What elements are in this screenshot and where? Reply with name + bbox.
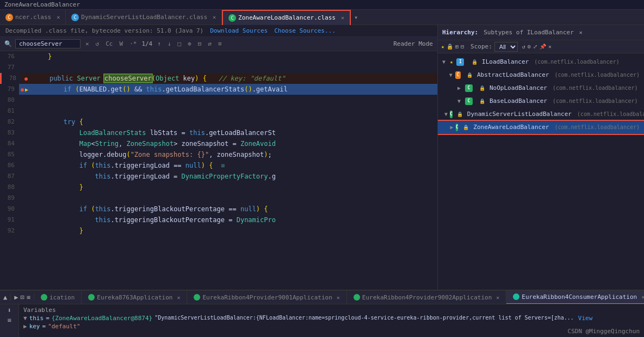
editor-hierarchy-container: Decompiled .class file, bytecode version… [0,25,644,290]
var-this-eq: = [46,315,49,322]
debug-btn2[interactable]: ≡ [7,316,11,324]
search-cc[interactable]: Cc [104,40,114,47]
star-icon: ★ [441,44,444,50]
run-close-consumer[interactable]: ✕ [641,294,644,300]
run-label-provider9001: EurekaRibbon4Provider9001Application [202,294,332,301]
code-line-84: 84 Map<String, ZoneSnapshot> zoneSnapsho… [0,138,437,149]
search-close[interactable]: ✕ [84,40,91,47]
var-this-view-link[interactable]: View [578,315,593,322]
search-regex[interactable]: ·* [128,40,138,47]
run-icon-consumer [513,293,519,300]
run-close-provider9002[interactable]: ✕ [496,295,499,301]
tab-icon-zone: C [228,14,236,22]
nav-prev[interactable]: ↑ [156,40,163,47]
run-label-provider9002: EurekaRibbon4Provider9002Application [362,294,492,301]
tab-zone-aware[interactable]: C ZoneAwareLoadBalancer.class ✕ [222,10,351,25]
tree-item-iloadbalancer[interactable]: ▼ ★ I 🔒 ILoadBalancer (com.netflix.loadb… [438,56,644,69]
run-tabs-bar: ▲ ▶ ⊡ ≡ ication Eureka8763Application ✕ … [0,290,644,304]
var-key-name: key [29,323,40,330]
code-editor: Decompiled .class file, bytecode version… [0,25,437,290]
h-pin[interactable]: 📌 [540,44,546,50]
hierarchy-header: Hierarchy: Subtypes of ILoadBalancer ✕ [438,25,644,40]
h-icon2[interactable]: ⊟ [461,44,464,50]
tab-close-ncer[interactable]: ✕ [57,14,60,20]
scope-select[interactable]: All [494,42,518,52]
nav-next[interactable]: ↓ [166,40,173,47]
title-bar: ZoneAwareLoadBalancer [0,0,644,10]
debug-variables: Variables ▼ this = {ZoneAwareLoadBalance… [19,304,644,337]
variables-title: Variables [23,307,640,314]
tree-item-base[interactable]: ▼ C 🔒 BaseLoadBalancer (com.netflix.load… [438,95,644,108]
nav-box[interactable]: □ [176,40,183,47]
choose-sources-link[interactable]: Choose Sources... [274,27,336,34]
debug-filter[interactable]: ≡ [27,293,30,301]
h-settings[interactable]: ⚙ [528,44,531,50]
debug-btn1[interactable]: ⬇ [7,307,11,314]
pkg-abstract: (com.netflix.loadbalancer) [551,70,640,81]
nav-add[interactable]: ⊕ [186,40,193,47]
search-refresh[interactable]: ↺ [94,40,101,47]
tree-item-dynamic[interactable]: ▼ C 🔒 DynamicServerListLoadBalancer (com… [438,108,644,121]
search-w[interactable]: W [118,40,125,47]
label-base: BaseLoadBalancer [490,96,547,107]
tab-close-zone[interactable]: ✕ [341,15,344,21]
tree-item-noop[interactable]: ▶ C 🔒 NoOpLoadBalancer (com.netflix.load… [438,82,644,95]
h-expand[interactable]: ⤢ [533,44,537,50]
icon-zone: C [456,124,459,131]
scope-label: Scope: [470,43,492,50]
hierarchy-panel: Hierarchy: Subtypes of ILoadBalancer ✕ ★… [437,25,644,290]
run-tab-ication[interactable]: ication [34,290,82,304]
run-tab-consumer[interactable]: EurekaRibbon4ConsumerApplication ✕ [506,290,644,304]
label-abstract: AbstractLoadBalancer [477,70,549,81]
run-icon-provider9001 [194,294,200,301]
breakpoint-marker-78[interactable]: ● [21,73,32,84]
debug-stop[interactable]: ⊡ [20,293,24,301]
hierarchy-tree: ▼ ★ I 🔒 ILoadBalancer (com.netflix.loadb… [438,53,644,290]
h-icon1[interactable]: ⊞ [455,44,459,50]
code-line-77: 77 [0,62,437,73]
run-tab-provider9001[interactable]: EurekaRibbon4Provider9001Application ✕ [187,290,346,304]
bottom-section: ▲ ▶ ⊡ ≡ ication Eureka8763Application ✕ … [0,290,644,337]
label-dynamic: DynamicServerListLoadBalancer [467,109,572,120]
h-close[interactable]: ✕ [548,44,552,50]
var-this-value: "DynamicServerListLoadBalancer:{NFLoadBa… [154,315,574,321]
tab-label-dynamic: DynamicServerListLoadBalancer.class [81,14,207,21]
search-icon: 🔍 [4,40,12,47]
debug-var-this: ▼ this = {ZoneAwareLoadBalancer@8874} "D… [23,315,640,322]
var-this-expand[interactable]: ▼ [23,315,27,322]
search-input[interactable] [15,39,81,48]
code-line-81: 81 [0,106,437,117]
run-tab-provider9002[interactable]: EurekaRibbon4Provider9002Application ✕ [347,290,506,304]
tree-item-zone[interactable]: ▶ C 🔒 ZoneAwareLoadBalancer (com.netflix… [438,121,644,134]
zone-marker: 🔒 [463,122,469,133]
hierarchy-title: Hierarchy: [442,29,478,36]
hierarchy-close-btn[interactable]: ✕ [579,29,583,35]
run-up-btn[interactable]: ▲ [3,293,7,301]
tab-ncer[interactable]: C ncer.class ✕ [0,10,66,25]
code-content: 76 } 77 78 ● public Server chooseServer(… [0,51,437,236]
nav-filter[interactable]: ≡ [216,40,224,47]
debug-area: ⬇ ≡ Variables ▼ this = {ZoneAwareLoadBal… [0,304,644,337]
nav-arr[interactable]: ⇄ [206,40,213,47]
run-close-provider9001[interactable]: ✕ [337,295,340,301]
nav-dash[interactable]: ⊟ [196,40,203,47]
run-tab-eureka8763[interactable]: Eureka8763Application ✕ [82,290,187,304]
tab-dynamic[interactable]: C DynamicServerListLoadBalancer.class ✕ [66,10,222,25]
tab-icon-dynamic: C [71,14,79,21]
pkg-dynamic: (com.netflix.loadbalancer) [574,109,644,120]
tab-close-dynamic[interactable]: ✕ [213,14,216,20]
code-line-90: 90 if (this.triggeringBlackoutPercentage… [0,204,437,215]
debug-resume[interactable]: ▶ [14,293,18,301]
run-close-eureka8763[interactable]: ✕ [177,295,180,301]
search-bar: 🔍 ✕ ↺ Cc W ·* 1/4 ↑ ↓ □ ⊕ ⊟ ⇄ ≡ Reader M… [0,37,437,51]
decompiled-text: Decompiled .class file, bytecode version… [5,27,203,34]
abstract-marker: 🔒 [467,70,473,81]
var-key-expand[interactable]: ▶ [23,323,27,330]
tree-item-abstract[interactable]: ▼ C 🔒 AbstractLoadBalancer (com.netflix.… [438,69,644,82]
var-this-name: this [29,315,44,322]
download-sources-link[interactable]: Download Sources [210,27,268,34]
h-refresh[interactable]: ↺ [522,44,525,50]
tab-dropdown[interactable]: ▾ [351,14,361,21]
dynamic-marker: 🔒 [457,109,463,120]
icon-noop: C [465,84,473,92]
